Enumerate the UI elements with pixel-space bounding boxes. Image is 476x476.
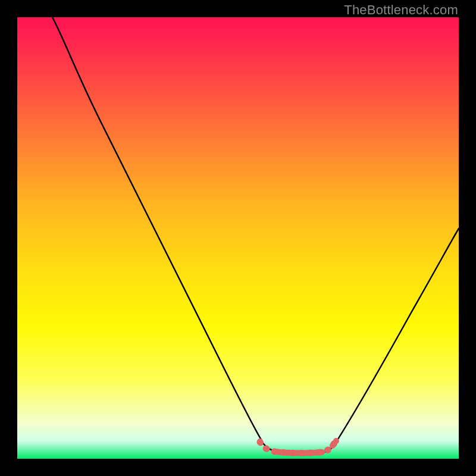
chart-container: TheBottleneck.com: [0, 0, 476, 476]
attribution-text: TheBottleneck.com: [344, 2, 458, 18]
plot-background-gradient: [17, 17, 459, 459]
